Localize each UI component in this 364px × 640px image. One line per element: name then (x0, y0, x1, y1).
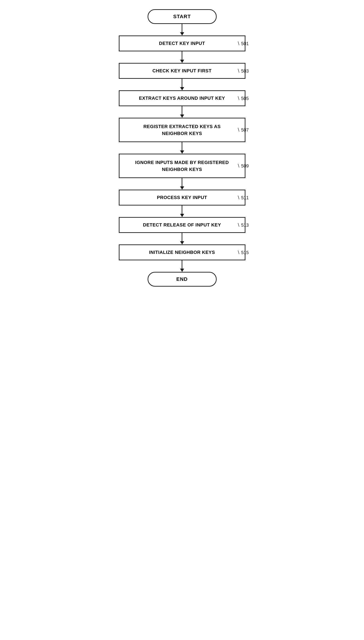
node-513: DETECT RELEASE OF INPUT KEY (119, 217, 246, 233)
arrow-head-9 (180, 269, 184, 272)
arrow-6 (180, 178, 184, 190)
arrow-line-8 (182, 233, 182, 241)
node-511-wrapper: PROCESS KEY INPUT ∖ 511 (102, 190, 263, 206)
start-node-wrapper: START (102, 9, 263, 24)
arrow-5 (180, 142, 184, 154)
start-terminal: START (148, 9, 217, 24)
flowchart: START DETECT KEY INPUT ∖ 501 CHECK KEY I… (102, 9, 263, 287)
node-505-wrapper: EXTRACT KEYS AROUND INPUT KEY ∖ 505 (102, 90, 263, 106)
end-node-wrapper: END (102, 272, 263, 287)
arrow-2 (180, 51, 184, 63)
arrow-line-7 (182, 206, 182, 214)
label-507: ∖ 507 (237, 127, 249, 133)
arrow-4 (180, 106, 184, 118)
end-terminal: END (148, 272, 217, 287)
node-509: IGNORE INPUTS MADE BY REGISTEREDNEIGHBOR… (119, 154, 246, 178)
arrow-line-4 (182, 106, 182, 115)
node-503-wrapper: CHECK KEY INPUT FIRST ∖ 503 (102, 63, 263, 79)
label-515: ∖ 515 (237, 250, 249, 255)
arrow-7 (180, 206, 184, 217)
node-513-wrapper: DETECT RELEASE OF INPUT KEY ∖ 513 (102, 217, 263, 233)
node-503: CHECK KEY INPUT FIRST (119, 63, 246, 79)
label-505: ∖ 505 (237, 96, 249, 101)
arrow-line-2 (182, 51, 182, 60)
arrow-head-1 (180, 32, 184, 36)
label-501: ∖ 501 (237, 41, 249, 46)
node-501-wrapper: DETECT KEY INPUT ∖ 501 (102, 36, 263, 51)
node-501: DETECT KEY INPUT (119, 36, 246, 51)
arrow-line-5 (182, 142, 182, 151)
node-515: INITIALIZE NEIGHBOR KEYS (119, 244, 246, 260)
node-505: EXTRACT KEYS AROUND INPUT KEY (119, 90, 246, 106)
node-507-wrapper: REGISTER EXTRACTED KEYS ASNEIGHBOR KEYS … (102, 118, 263, 142)
arrow-head-5 (180, 151, 184, 154)
label-513: ∖ 513 (237, 222, 249, 228)
node-515-wrapper: INITIALIZE NEIGHBOR KEYS ∖ 515 (102, 244, 263, 260)
arrow-3 (180, 79, 184, 90)
arrow-head-7 (180, 214, 184, 217)
label-503: ∖ 503 (237, 68, 249, 74)
arrow-line-6 (182, 178, 182, 186)
node-507: REGISTER EXTRACTED KEYS ASNEIGHBOR KEYS (119, 118, 246, 142)
arrow-head-2 (180, 60, 184, 63)
arrow-1 (180, 24, 184, 36)
arrow-head-3 (180, 87, 184, 90)
arrow-line-1 (182, 24, 182, 32)
arrow-head-4 (180, 115, 184, 118)
node-511: PROCESS KEY INPUT (119, 190, 246, 206)
arrow-line-3 (182, 79, 182, 87)
arrow-head-6 (180, 186, 184, 190)
label-511: ∖ 511 (237, 195, 249, 200)
arrow-head-8 (180, 241, 184, 244)
arrow-line-9 (182, 260, 182, 269)
arrow-9 (180, 260, 184, 272)
node-509-wrapper: IGNORE INPUTS MADE BY REGISTEREDNEIGHBOR… (102, 154, 263, 178)
arrow-8 (180, 233, 184, 244)
label-509: ∖ 509 (237, 163, 249, 169)
